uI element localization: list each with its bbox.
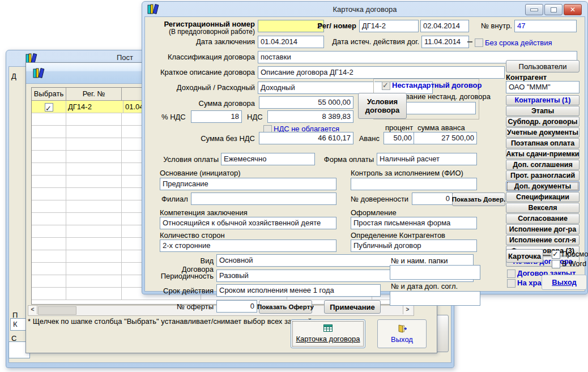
sidebar-button-subpodr[interactable]: Субподр. договоры (506, 117, 580, 127)
no-term-checkbox[interactable] (475, 39, 483, 47)
classif-label: Классификация договора (147, 53, 255, 61)
basis-field[interactable]: Предписание (160, 178, 336, 190)
pay-form-field[interactable]: Наличный расчет (377, 153, 477, 165)
row-reg-cell[interactable]: ДГ14-2 (66, 101, 123, 113)
date-exp-field[interactable]: 11.04.2014 (421, 36, 469, 48)
date-exp-label: Дата истеч. действия дог. (326, 37, 419, 46)
view-checkbox[interactable] (552, 250, 560, 259)
pay-form-label: Форма оплаты (321, 155, 374, 164)
nonstandard-checkbox[interactable] (382, 82, 390, 90)
proxy-label: № доверенности (351, 195, 408, 203)
dialog-title: Карточка договора (142, 5, 587, 14)
vat-pct-field[interactable]: 18 (191, 110, 242, 123)
sidebar-button-kontragenty[interactable]: Контрагенты (1) (506, 95, 580, 105)
branch-label: Филиал (161, 195, 188, 203)
sidebar-button-akty[interactable]: Акты сдачи-приемки (506, 149, 580, 159)
counterparty-def-field[interactable]: Публичный договор (351, 240, 477, 252)
sum-label: Сумма договора (147, 99, 255, 108)
sidebar-button-dop-dokumenty[interactable]: Доп. документы (506, 181, 580, 191)
sidebar-button-soglasovanie[interactable]: Согласование (506, 213, 580, 224)
sum-novat-field[interactable]: 46 610,17 (259, 132, 353, 144)
competence-label: Компетенция заключения (160, 208, 248, 217)
hscroll-thumb[interactable] (38, 306, 76, 315)
maximize-icon (551, 7, 557, 12)
sidebar-button-ispolnenie-dogovora[interactable]: Исполнение дог-ра (506, 224, 580, 234)
advance-label: Аванс (347, 134, 380, 143)
sidebar-button-etapy[interactable]: Этапы (506, 106, 580, 116)
formal-label: Оформление (351, 208, 397, 217)
basis-label: Основание (инициатор) (160, 169, 241, 177)
closed-checkbox[interactable] (507, 270, 515, 278)
reg-num-sublabel: (В преддоговорной работе) (147, 28, 255, 36)
users-button[interactable]: Пользователи (506, 60, 580, 72)
kontragent-label: Контрагент (506, 73, 547, 82)
vat-field[interactable]: 8 389,83 (267, 110, 353, 123)
contract-terms-button[interactable]: Условия договора (358, 93, 407, 119)
close-button[interactable]: ✕ (564, 4, 582, 15)
books-icon (33, 67, 45, 80)
scroll-right-icon[interactable]: > (403, 306, 412, 314)
sidebar-button-prot-raznoglasij[interactable]: Прот. разногласий (506, 170, 580, 181)
maximize-button[interactable] (544, 4, 563, 15)
sidebar-button-ispolnenie-soglasheniya[interactable]: Исполнение согл-я (506, 235, 580, 245)
control-field[interactable] (351, 178, 477, 190)
counterparty-def-label: Определение Контрагентов (351, 231, 445, 240)
row-select-cell[interactable] (32, 101, 66, 113)
dialog-titlebar[interactable]: Карточка договора ✕ (142, 2, 587, 16)
row-checkbox[interactable] (45, 103, 53, 112)
minimize-icon (530, 8, 538, 11)
no-term-label: Без срока действия (485, 39, 552, 47)
suppl-field[interactable] (390, 291, 480, 306)
pay-terms-label: Условия оплаты (160, 155, 219, 164)
vnutr-field[interactable]: 47 (514, 20, 577, 32)
pay-terms-field[interactable]: Ежемесячно (221, 153, 315, 165)
advance-sum-field[interactable]: 27 500,00 (414, 132, 477, 144)
term-field[interactable]: Сроком исполнения менее 1 года (216, 284, 381, 297)
offer-field[interactable]: 0 (216, 300, 257, 313)
branch-field[interactable] (191, 193, 336, 205)
dialog-exit-button[interactable]: Выход (542, 275, 587, 290)
kartochka-button[interactable]: Карточка (506, 249, 543, 263)
sidebar-button-poetapnaya[interactable]: Поэтапная оплата (506, 138, 580, 148)
competence-field[interactable]: Относящийся к обычной хозяйственной деят… (160, 217, 336, 229)
control-label: Контроль за исполнением (ФИО) (351, 169, 463, 177)
parties-field[interactable]: 2-х сторонние (160, 240, 336, 252)
formal-field[interactable]: Простая письменная форма (351, 217, 477, 229)
show-offer-button[interactable]: Показать Оферту (259, 300, 312, 314)
sidebar-button-vekselya[interactable]: Векселя (506, 203, 580, 213)
proxy-field[interactable]: 0 (412, 193, 453, 205)
column-header-select[interactable]: Выбрать (32, 88, 66, 101)
dialog-exit-label: Выход (552, 278, 576, 287)
minimize-button[interactable] (525, 4, 543, 15)
reg-num-field[interactable]: 2 (258, 20, 324, 32)
vat-label: НДС (247, 113, 263, 121)
storage-checkbox[interactable] (507, 279, 515, 288)
desktop: Пост Д П К С ∨ Выбрать Рег. № Дата (0, 0, 588, 372)
word-checkbox[interactable] (552, 260, 560, 268)
sum-field[interactable]: 55 000,00 (259, 96, 353, 109)
show-proxy-button[interactable]: Показать Довер. (452, 193, 505, 206)
kontragent-field[interactable]: ОАО "МММ" (506, 81, 580, 93)
reg-num-label: Регистрационный номер (147, 20, 255, 28)
exit-door-icon (398, 324, 407, 335)
folder-field[interactable] (390, 265, 480, 280)
column-header-reg[interactable]: Рег. № (66, 88, 122, 101)
date-concl-field[interactable]: 01.04.2014 (258, 36, 324, 48)
list-exit-button-label: Выход (391, 335, 413, 344)
percent-field[interactable]: 50,00 (384, 132, 415, 144)
window-controls: ✕ (524, 4, 582, 15)
reg-nomer-field[interactable]: ДГ14-2 (359, 20, 419, 32)
list-exit-button[interactable]: Выход (377, 319, 427, 348)
contract-card-button[interactable]: Карточка договора (291, 319, 365, 348)
folder-label: № и наим. папки (391, 256, 448, 265)
reg-date-field[interactable]: 02.04.2014 (420, 20, 469, 32)
income-label: Доходный / Расходный (147, 83, 255, 92)
sidebar-button-uchetnye[interactable]: Учетные документы (506, 127, 580, 138)
short-desc-field[interactable]: Описание договора ДГ14-2 (258, 66, 505, 79)
scroll-left-icon[interactable]: < (28, 306, 37, 314)
close-icon: ✕ (570, 6, 576, 14)
sidebar-button-specifikacii[interactable]: Спецификации (506, 192, 580, 202)
sidebar-button-dop-soglasheniya[interactable]: Доп. соглашения (506, 160, 580, 170)
note-button[interactable]: Примечание (324, 300, 381, 314)
vat-pct-label: % НДС (161, 113, 186, 121)
